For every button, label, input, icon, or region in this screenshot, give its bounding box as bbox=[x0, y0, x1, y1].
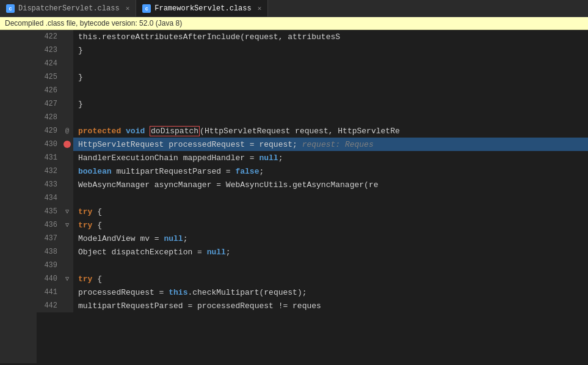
code-line: 440▽ try { bbox=[37, 272, 588, 286]
line-number: 432 bbox=[37, 164, 61, 178]
line-number: 440 bbox=[37, 272, 61, 286]
tab-icon-framework: c bbox=[142, 4, 151, 13]
line-number: 436 bbox=[37, 218, 61, 232]
line-number: 434 bbox=[37, 191, 61, 205]
breakpoint-icon[interactable] bbox=[64, 141, 71, 148]
line-icon-area bbox=[61, 151, 73, 164]
line-icon-area bbox=[61, 43, 73, 57]
code-area[interactable]: 422 this.restoreAttributesAfterInclude(r… bbox=[37, 30, 588, 363]
line-icon-area bbox=[61, 286, 73, 299]
line-code: try { bbox=[73, 221, 588, 230]
line-number: 427 bbox=[37, 97, 61, 111]
line-code: boolean multipartRequestParsed = false; bbox=[73, 167, 588, 176]
code-line: 435▽ try { bbox=[37, 205, 588, 218]
line-icon-area bbox=[61, 70, 73, 84]
code-line: 427} bbox=[37, 97, 588, 111]
code-line: 422 this.restoreAttributesAfterInclude(r… bbox=[37, 30, 588, 43]
line-code: Object dispatchException = null; bbox=[73, 248, 588, 257]
line-number: 429 bbox=[37, 124, 61, 138]
line-code: } bbox=[73, 73, 588, 82]
line-code: processedRequest = this.checkMultipart(r… bbox=[73, 288, 588, 297]
annotation-icon: @ bbox=[65, 127, 70, 135]
line-icon-area bbox=[61, 191, 73, 205]
line-icon-area: ▽ bbox=[61, 205, 73, 218]
code-line: 433 WebAsyncManager asyncManager = WebAs… bbox=[37, 178, 588, 191]
line-icon-area bbox=[61, 111, 73, 124]
line-number: 431 bbox=[37, 151, 61, 164]
code-editor[interactable]: 422 this.restoreAttributesAfterInclude(r… bbox=[0, 30, 588, 363]
code-line: 431 HandlerExecutionChain mappedHandler … bbox=[37, 151, 588, 164]
line-number: 423 bbox=[37, 43, 61, 57]
line-code: } bbox=[73, 46, 588, 55]
line-code: WebAsyncManager asyncManager = WebAsyncU… bbox=[73, 180, 588, 190]
line-code: this.restoreAttributesAfterInclude(reque… bbox=[73, 32, 588, 42]
line-icon-area bbox=[61, 178, 73, 191]
code-line: 429@ protected void doDispatch(HttpServl… bbox=[37, 124, 588, 138]
line-number: 426 bbox=[37, 84, 61, 97]
line-icon-area: ▽ bbox=[61, 218, 73, 232]
code-line: 434 bbox=[37, 191, 588, 205]
code-line: 428 bbox=[37, 111, 588, 124]
fold-icon[interactable]: ▽ bbox=[65, 208, 69, 215]
line-number: 438 bbox=[37, 245, 61, 259]
line-code: HandlerExecutionChain mappedHandler = nu… bbox=[73, 153, 588, 163]
line-code: multipartRequestParsed = processedReques… bbox=[73, 301, 588, 311]
code-line: 442 multipartRequestParsed = processedRe… bbox=[37, 299, 588, 312]
tab-bar: c DispatcherServlet.class ✕ c FrameworkS… bbox=[0, 0, 588, 17]
line-number: 428 bbox=[37, 111, 61, 124]
line-icon-area bbox=[61, 232, 73, 245]
line-code: HttpServletRequest processedRequest = re… bbox=[73, 140, 588, 149]
tab-close-framework[interactable]: ✕ bbox=[258, 4, 262, 12]
line-code: protected void doDispatch(HttpServletReq… bbox=[73, 127, 588, 136]
line-number: 439 bbox=[37, 259, 61, 272]
line-number: 425 bbox=[37, 70, 61, 84]
line-code: try { bbox=[73, 275, 588, 284]
line-icon-area bbox=[61, 97, 73, 111]
tab-label-dispatcher: DispatcherServlet.class bbox=[18, 4, 120, 13]
code-line: 439 bbox=[37, 259, 588, 272]
code-line: 436▽ try { bbox=[37, 218, 588, 232]
code-line: 424 bbox=[37, 57, 588, 70]
line-icon-area bbox=[61, 138, 73, 151]
method-name-highlight: doDispatch bbox=[150, 126, 200, 136]
code-line: 432 boolean multipartRequestParsed = fal… bbox=[37, 164, 588, 178]
line-number: 422 bbox=[37, 30, 61, 43]
line-icon-area bbox=[61, 84, 73, 97]
code-line: 437 ModelAndView mv = null; bbox=[37, 232, 588, 245]
line-numbers-col bbox=[0, 30, 37, 363]
line-number: 437 bbox=[37, 232, 61, 245]
line-number: 435 bbox=[37, 205, 61, 218]
line-number: 441 bbox=[37, 286, 61, 299]
line-icon-area bbox=[61, 299, 73, 312]
line-code: try { bbox=[73, 207, 588, 216]
code-line: 426 bbox=[37, 84, 588, 97]
tab-framework[interactable]: c FrameworkServlet.class ✕ bbox=[136, 0, 268, 17]
line-number: 424 bbox=[37, 57, 61, 70]
code-line: 425 } bbox=[37, 70, 588, 84]
line-code: ModelAndView mv = null; bbox=[73, 234, 588, 243]
line-icon-area bbox=[61, 245, 73, 259]
line-icon-area: ▽ bbox=[61, 272, 73, 286]
code-container: 422 this.restoreAttributesAfterInclude(r… bbox=[0, 30, 588, 363]
tab-close-dispatcher[interactable]: ✕ bbox=[126, 4, 130, 12]
line-icon-area bbox=[61, 164, 73, 178]
fold-icon[interactable]: ▽ bbox=[65, 275, 69, 282]
code-line: 430 HttpServletRequest processedRequest … bbox=[37, 138, 588, 151]
line-icon-area bbox=[61, 57, 73, 70]
line-number: 442 bbox=[37, 299, 61, 312]
code-line: 441 processedRequest = this.checkMultipa… bbox=[37, 286, 588, 299]
tab-icon-dispatcher: c bbox=[6, 4, 15, 13]
info-bar: Decompiled .class file, bytecode version… bbox=[0, 17, 588, 30]
line-icon-area: @ bbox=[61, 124, 73, 138]
tab-dispatcher[interactable]: c DispatcherServlet.class ✕ bbox=[0, 0, 136, 17]
line-code: } bbox=[73, 100, 588, 109]
code-line: 423 } bbox=[37, 43, 588, 57]
fold-icon[interactable]: ▽ bbox=[65, 221, 69, 229]
line-icon-area bbox=[61, 259, 73, 272]
code-lines: 422 this.restoreAttributesAfterInclude(r… bbox=[37, 30, 588, 312]
tab-label-framework: FrameworkServlet.class bbox=[154, 4, 251, 13]
line-icon-area bbox=[61, 30, 73, 43]
line-number: 430 bbox=[37, 138, 61, 151]
line-number: 433 bbox=[37, 178, 61, 191]
info-bar-text: Decompiled .class file, bytecode version… bbox=[5, 19, 182, 28]
